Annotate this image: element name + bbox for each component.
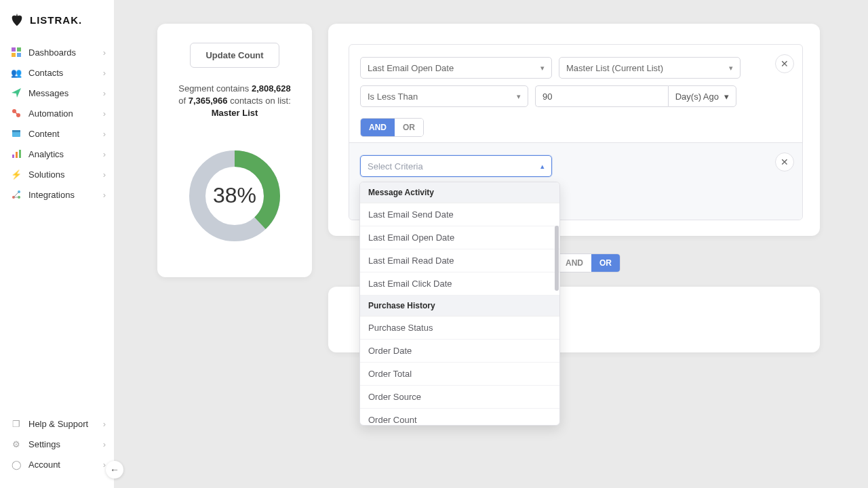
logic-and-button[interactable]: AND (361, 119, 395, 136)
secondary-nav: ❐ Help & Support › ⚙ Settings › ◯ Accoun… (0, 413, 114, 488)
account-icon: ◯ (11, 459, 22, 470)
sidebar-item-analytics[interactable]: Analytics › (0, 144, 114, 164)
sidebar-item-label: Content (28, 129, 103, 139)
gear-icon: ⚙ (11, 439, 22, 449)
list-value: Master List (Current List) (566, 63, 663, 73)
update-count-button[interactable]: Update Count (190, 43, 279, 68)
sidebar-item-label: Help & Support (28, 419, 103, 429)
sidebar-item-label: Automation (28, 108, 103, 119)
unit-select[interactable]: Day(s) Ago ▾ (668, 85, 736, 107)
sidebar-item-dashboards[interactable]: Dashboards › (0, 42, 114, 62)
chevron-right-icon: › (103, 190, 106, 200)
dropdown-item[interactable]: Order Total (360, 363, 559, 386)
dropdown-item[interactable]: Last Email Send Date (360, 203, 559, 226)
svg-rect-2 (12, 53, 16, 57)
filter-row-1: ✕ Last Email Open Date ▾ Master List (Cu… (349, 45, 802, 142)
group-and-button[interactable]: AND (557, 254, 591, 272)
list-select[interactable]: Master List (Current List) ▾ (559, 57, 741, 79)
sidebar-item-messages[interactable]: Messages › (0, 83, 114, 103)
dropdown-item[interactable]: Order Count (360, 409, 559, 426)
brand-name: LISTRAK. (30, 14, 82, 26)
group-or-button[interactable]: OR (591, 254, 620, 272)
help-icon: ❐ (11, 418, 22, 429)
sidebar-item-label: Contacts (28, 68, 103, 78)
chevron-down-icon: ▾ (540, 64, 545, 73)
operator-value: Is Less Than (368, 92, 418, 102)
dropdown-group-header: Message Activity (360, 182, 559, 203)
svg-rect-12 (19, 150, 21, 158)
dropdown-scrollbar[interactable] (555, 226, 559, 291)
svg-rect-9 (12, 130, 20, 132)
logic-toggle-row: AND OR (360, 118, 424, 137)
segment-summary-card: Update Count Segment contains 2,808,628 … (157, 24, 312, 277)
chevron-right-icon: › (103, 169, 106, 180)
primary-nav: Dashboards › 👥 Contacts › Messages › Aut… (0, 39, 114, 205)
dropdown-item[interactable]: Last Email Read Date (360, 249, 559, 272)
chevron-right-icon: › (103, 108, 106, 119)
remove-filter-button[interactable]: ✕ (775, 54, 794, 73)
sidebar-item-integrations[interactable]: Integrations › (0, 184, 114, 205)
unit-value: Day(s) Ago (675, 92, 719, 102)
sidebar: LISTRAK. Dashboards › 👥 Contacts › Messa… (0, 0, 114, 488)
svg-rect-11 (16, 152, 18, 158)
collapse-sidebar-button[interactable]: ← (106, 461, 123, 479)
automation-icon (11, 108, 22, 119)
sidebar-item-label: Messages (28, 88, 103, 98)
contacts-icon: 👥 (11, 67, 22, 78)
segment-count-total: 7,365,966 (189, 96, 228, 106)
analytics-icon (11, 148, 22, 159)
criteria-select-open[interactable]: Select Criteria ▴ (360, 155, 552, 177)
chevron-down-icon: ▾ (517, 92, 521, 101)
sidebar-item-automation[interactable]: Automation › (0, 103, 114, 123)
dropdown-item[interactable]: Last Email Open Date (360, 226, 559, 249)
dropdown-group-header: Purchase History (360, 296, 559, 317)
value-input[interactable]: 90 (535, 85, 668, 107)
dropdown-item[interactable]: Purchase Status (360, 317, 559, 340)
segment-list-name: Master List (212, 108, 258, 118)
integrations-icon (11, 189, 22, 200)
sidebar-item-label: Analytics (28, 149, 103, 159)
chevron-right-icon: › (103, 68, 106, 78)
brand-mark-icon (9, 12, 24, 27)
remove-filter-button[interactable]: ✕ (775, 152, 794, 171)
criteria-select[interactable]: Last Email Open Date ▾ (360, 57, 552, 79)
chevron-up-icon: ▴ (540, 162, 545, 171)
segment-donut-chart: 38% (187, 148, 282, 243)
segment-line2-pre: of (178, 96, 188, 106)
sidebar-item-label: Solutions (28, 169, 103, 180)
segment-percent-label: 38% (187, 148, 282, 243)
logic-or-button[interactable]: OR (395, 119, 423, 136)
svg-marker-4 (12, 88, 21, 98)
segment-summary-text: Segment contains 2,808,628 of 7,365,966 … (178, 83, 291, 120)
operator-select[interactable]: Is Less Than ▾ (360, 85, 528, 107)
solutions-icon: ⚡ (11, 169, 22, 180)
svg-rect-0 (12, 47, 16, 52)
dashboards-icon (11, 47, 22, 58)
group-logic-toggle: AND OR (557, 253, 620, 272)
sidebar-item-label: Dashboards (28, 47, 103, 58)
dropdown-item[interactable]: Order Source (360, 386, 559, 409)
criteria-value: Last Email Open Date (368, 63, 454, 73)
chevron-right-icon: › (103, 129, 106, 139)
chevron-right-icon: › (103, 419, 106, 429)
segment-count-in: 2,808,628 (252, 83, 291, 94)
segment-line2-post: contacts on list: (228, 96, 291, 106)
sidebar-item-account[interactable]: ◯ Account › (0, 454, 114, 474)
sidebar-item-content[interactable]: Content › (0, 123, 114, 144)
dropdown-item[interactable]: Order Date (360, 340, 559, 363)
sidebar-item-label: Integrations (28, 190, 103, 200)
sidebar-item-settings[interactable]: ⚙ Settings › (0, 434, 114, 454)
segment-line1-pre: Segment contains (178, 83, 252, 94)
sidebar-item-label: Account (28, 460, 103, 470)
sidebar-item-solutions[interactable]: ⚡ Solutions › (0, 164, 114, 184)
svg-rect-3 (17, 53, 21, 57)
value-unit-input[interactable]: 90 Day(s) Ago ▾ (535, 85, 736, 107)
svg-rect-1 (17, 47, 21, 52)
svg-rect-10 (12, 155, 14, 158)
sidebar-item-help[interactable]: ❐ Help & Support › (0, 413, 114, 434)
dropdown-item[interactable]: Last Email Click Date (360, 272, 559, 296)
chevron-right-icon: › (103, 47, 106, 58)
sidebar-item-contacts[interactable]: 👥 Contacts › (0, 62, 114, 83)
brand-logo: LISTRAK. (0, 0, 114, 39)
messages-icon (11, 87, 22, 98)
